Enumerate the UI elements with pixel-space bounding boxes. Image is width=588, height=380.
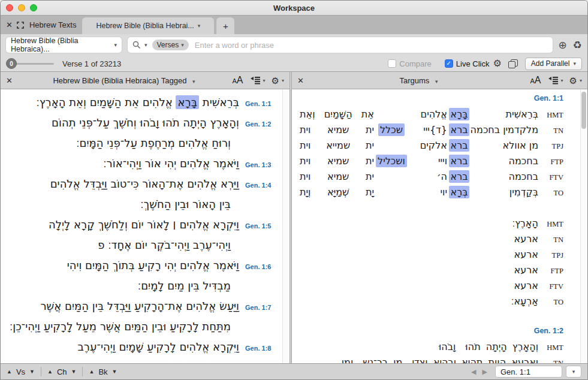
word: וְאֵת bbox=[300, 107, 315, 122]
live-click-label[interactable]: Live Click bbox=[456, 59, 490, 68]
status-row: 0 Verse 1 of 23213 Compare ✓ Live Click … bbox=[1, 56, 587, 72]
version-label[interactable]: HMT bbox=[538, 340, 563, 355]
panes-layout-icon[interactable] bbox=[508, 59, 518, 68]
section-verse-ref[interactable]: Gen. 1:1 bbox=[295, 93, 563, 104]
right-scrollbar[interactable] bbox=[580, 89, 587, 363]
library-dropdown-button[interactable]: Hebrew Bible (Biblia Hebraica)... ▾ bbox=[6, 37, 122, 53]
version-label[interactable]: HMT bbox=[538, 217, 563, 231]
search-input[interactable] bbox=[194, 40, 548, 50]
pane-settings-gear-icon[interactable]: ⚙ bbox=[569, 76, 577, 85]
zoom-window-button[interactable] bbox=[30, 4, 37, 11]
chevron-down-icon[interactable]: ▾ bbox=[144, 42, 147, 48]
verse-ref[interactable]: Gen. 1:4 bbox=[245, 176, 278, 195]
hebrew-verse-text: וְהָאָרֶץ הָיְתָה תֹהוּ וָבֹהוּ וְחֹשֶׁך… bbox=[52, 113, 239, 132]
version-label[interactable]: TN bbox=[538, 123, 563, 138]
verse-ref[interactable]: Gen. 1:5 bbox=[245, 216, 278, 236]
verse-ref[interactable]: Gen. 1:7 bbox=[245, 298, 278, 317]
chevron-down-icon[interactable]: ▾ bbox=[580, 78, 582, 83]
tab-hebrew-bible[interactable]: Hebrew Bible (Biblia Hebrai... ▾ bbox=[82, 17, 214, 34]
history-back-icon[interactable]: ◀ bbox=[471, 368, 476, 376]
add-parallel-button[interactable]: Add Parallel ▾ bbox=[525, 58, 582, 70]
version-label[interactable]: FTP bbox=[538, 155, 563, 169]
word: יוי bbox=[440, 186, 447, 198]
add-circle-icon[interactable]: ⊕ bbox=[559, 40, 567, 50]
text-size-button[interactable]: AA bbox=[233, 75, 243, 86]
pane-settings-gear-icon[interactable]: ⚙ bbox=[272, 76, 279, 85]
version-label[interactable]: TO bbox=[538, 186, 563, 200]
separator bbox=[82, 367, 83, 376]
version-label[interactable]: TPJ bbox=[538, 139, 563, 153]
verse-reference-dropdown[interactable]: ▾ bbox=[566, 366, 581, 378]
triangle-down-icon[interactable]: ▼ bbox=[29, 369, 35, 375]
nav-label: Ch bbox=[57, 367, 67, 376]
compare-checkbox[interactable] bbox=[388, 59, 396, 68]
hebrew-verse-text: וַיְהִי־עֶרֶב וַיְהִי־בֹקֶר יוֹם אֶחָד׃ … bbox=[98, 236, 231, 255]
verse-slider[interactable]: 0 bbox=[6, 58, 54, 69]
zone-label[interactable]: Hebrew Texts bbox=[29, 20, 77, 29]
triangle-down-icon[interactable]: ▼ bbox=[112, 369, 117, 375]
expand-zone-icon[interactable] bbox=[17, 22, 24, 29]
search-icon[interactable] bbox=[132, 41, 141, 49]
live-click-checkbox[interactable]: ✓ bbox=[445, 59, 453, 68]
search-field[interactable]: ▾ Verses ▾ bbox=[128, 37, 553, 53]
version-label[interactable]: FTP bbox=[538, 264, 563, 278]
word-cell: בחכמה bbox=[471, 154, 538, 168]
targum-row: FTVארעא bbox=[295, 279, 563, 294]
version-label[interactable]: TN bbox=[538, 233, 563, 247]
close-pane-icon[interactable]: ✕ bbox=[6, 76, 13, 85]
word-cell: מלקדמין בחכמה bbox=[471, 123, 538, 137]
left-pane-title-dropdown[interactable]: Hebrew Bible (Biblia Hebraica) Tagged ▾ bbox=[25, 76, 224, 85]
search-scope-selector[interactable]: Verses ▾ bbox=[152, 40, 189, 50]
scrollbar-thumb[interactable] bbox=[581, 92, 586, 129]
search-scope-label: Verses bbox=[157, 41, 179, 49]
verse-ref[interactable]: Gen. 1:8 bbox=[245, 339, 278, 358]
word-cell: יָתשְׁמַיָּאוְיָת bbox=[300, 185, 374, 200]
slider-thumb[interactable]: 0 bbox=[6, 58, 17, 69]
word-cell: יתשמייאוית bbox=[300, 138, 374, 153]
triangle-up-icon[interactable]: ▲ bbox=[47, 369, 53, 375]
history-forward-icon[interactable]: ▶ bbox=[483, 368, 487, 376]
chevron-down-icon[interactable]: ▾ bbox=[282, 78, 284, 83]
version-label[interactable]: TO bbox=[538, 295, 563, 309]
chevron-down-icon[interactable]: ▾ bbox=[263, 78, 266, 83]
triangle-down-icon[interactable]: ▼ bbox=[71, 369, 77, 375]
word: בחכמה bbox=[509, 171, 538, 182]
word: מלקדמין בחכמה bbox=[471, 124, 538, 135]
close-pane-icon[interactable]: ✕ bbox=[297, 76, 304, 85]
verse-ref[interactable]: Gen. 1:2 bbox=[245, 114, 278, 134]
version-label[interactable]: FTV bbox=[538, 170, 563, 185]
chevron-down-icon[interactable]: ▾ bbox=[561, 78, 563, 83]
text-size-button[interactable]: AA bbox=[530, 75, 541, 86]
minimize-window-button[interactable] bbox=[18, 4, 25, 11]
text-segment: וַיַּעַשׂ אֱלֹהִים אֶת־הָרָקִיעַ וַיַּבְ… bbox=[40, 300, 239, 312]
right-pane-title-dropdown[interactable]: Targums ▾ bbox=[316, 76, 521, 85]
traffic-lights bbox=[6, 4, 37, 11]
verse-line: Gen. 1:1בְּרֵאשִׁית בָּרָא אֱלֹהִים אֵת … bbox=[4, 93, 278, 113]
triangle-up-icon[interactable]: ▲ bbox=[7, 369, 12, 375]
compare-label[interactable]: Compare bbox=[399, 59, 431, 68]
verse-ref[interactable]: Gen. 1:1 bbox=[245, 94, 278, 113]
close-window-button[interactable] bbox=[6, 4, 13, 11]
version-label[interactable]: TPJ bbox=[538, 248, 563, 263]
targum-row: TNוארעא הוות תהיא ובהיא וצדי מן בר־נש ומ… bbox=[295, 355, 563, 363]
left-scrollbar[interactable] bbox=[282, 89, 290, 363]
verse-ref[interactable]: Gen. 1:3 bbox=[245, 155, 278, 174]
recycle-icon[interactable]: ♻ bbox=[573, 40, 582, 50]
display-settings-icon[interactable] bbox=[548, 76, 559, 85]
display-settings-icon[interactable] bbox=[251, 76, 261, 85]
word: שמייא bbox=[326, 138, 350, 153]
version-label[interactable]: TN bbox=[538, 356, 563, 363]
section-verse-ref[interactable]: Gen. 1:2 bbox=[295, 325, 563, 336]
version-label[interactable]: FTV bbox=[538, 279, 563, 294]
chevron-down-icon: ▾ bbox=[181, 42, 184, 48]
version-label[interactable]: HMT bbox=[538, 108, 563, 122]
triangle-up-icon[interactable]: ▲ bbox=[89, 369, 94, 375]
live-click-gear-icon[interactable]: ⚙ bbox=[493, 59, 501, 68]
word: הַשָּׁמַיִם bbox=[324, 107, 352, 122]
verse-ref[interactable]: Gen. 1:6 bbox=[245, 257, 278, 276]
navigation-bar: ▲Vs▼▲Ch▼▲Bk▼ ◀ ▶ Gen. 1:1 ▾ bbox=[1, 363, 587, 379]
add-tab-button[interactable]: + bbox=[216, 17, 234, 34]
close-zone-icon[interactable]: ✕ bbox=[6, 20, 13, 29]
verse-reference-field[interactable]: Gen. 1:1 bbox=[495, 366, 562, 378]
chevron-down-icon: ▾ bbox=[114, 42, 117, 48]
